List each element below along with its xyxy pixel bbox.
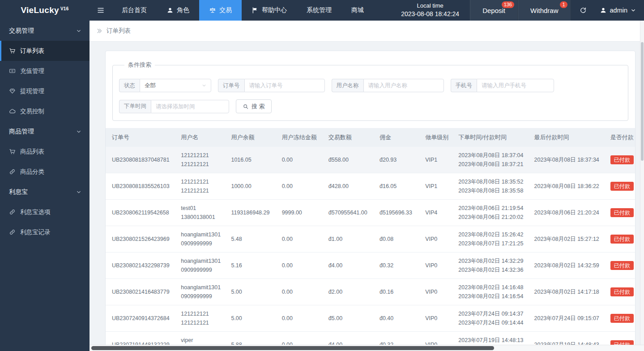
sidebar-item-label: 商品分类	[20, 168, 44, 176]
username-line2: 121212121	[181, 318, 224, 327]
col-header-commission: 佣金	[373, 128, 419, 147]
local-time-label: Local time	[417, 2, 444, 10]
deposit-button[interactable]: Deposit 136	[470, 0, 518, 21]
username-line2: 121212121	[181, 160, 224, 169]
cell-last-pay-time: 2023年08月08日 18:36:22	[528, 173, 604, 200]
local-time: Local time 2023-08-08 18:42:24	[390, 0, 470, 21]
money-icon	[9, 68, 16, 74]
order-row[interactable]: UB2308081835526103 121212121 121212121 1…	[106, 173, 635, 200]
pay-time-line: 2023年08月07日 17:21:25	[458, 239, 527, 248]
gem-icon	[9, 88, 16, 94]
username-line1: hoanglamit1301	[181, 230, 224, 239]
cell-last-pay-time: 2023年08月08日 18:37:34	[528, 147, 604, 173]
username-line1: hoanglamit1301	[181, 283, 224, 292]
refresh-button[interactable]	[571, 0, 595, 21]
username-input[interactable]	[363, 79, 444, 92]
sidebar-item-label: 利息宝选项	[20, 208, 51, 216]
nav-mall[interactable]: 商城	[341, 0, 374, 21]
order-no-input[interactable]	[244, 79, 325, 92]
order-row[interactable]: UB2308062119542658 test01 13800138001 11…	[106, 200, 635, 226]
menu-toggle-button[interactable]	[90, 0, 112, 21]
sidebar-item-interest-records[interactable]: 利息宝记录	[0, 222, 90, 242]
cell-level: VIP0	[419, 226, 452, 253]
paid-status-badge: 已付款	[610, 314, 634, 323]
order-time-line: 2023年08月02日 14:16:48	[458, 283, 527, 292]
double-chevron-icon	[96, 28, 102, 34]
cell-frozen: 0.00	[276, 147, 322, 173]
cell-username: viper 0987321654	[175, 332, 225, 345]
cell-last-pay-time: 2023年07月19日 14:48:43	[528, 332, 604, 345]
col-header-username: 用户名	[175, 128, 225, 147]
cell-level: VIP4	[419, 200, 452, 226]
content-area: 条件搜索 状态 全部 订单号 用户名称	[90, 42, 640, 345]
sidebar-group-trade-management: 交易管理 订单列表 充值管理 提现管理 交易控制	[0, 21, 90, 121]
admin-menu[interactable]: admin	[595, 0, 644, 21]
order-row[interactable]: UB2307191448132229 viper 0987321654 5.88…	[106, 332, 635, 345]
horizontal-scrollbar-thumb[interactable]	[91, 346, 494, 350]
sidebar-item-withdraw-management[interactable]: 提现管理	[0, 81, 90, 101]
order-row[interactable]: UB2308021432298739 hoanglamit1301 090999…	[106, 253, 635, 279]
cell-commission: đ0.32	[373, 332, 419, 345]
cell-amount: đ558.00	[322, 147, 373, 173]
cell-username: hoanglamit1301 0909999999	[175, 253, 225, 279]
sidebar-group-header-product[interactable]: 商品管理	[0, 121, 90, 141]
top-nav: 后台首页 角色 交易 帮助中心 系统管理 商城	[90, 0, 374, 21]
order-time-line: 2023年08月08日 18:35:52	[458, 177, 527, 186]
sidebar-item-product-list[interactable]: 商品列表	[0, 141, 90, 162]
pay-time-line: 2023年08月08日 18:37:21	[458, 160, 527, 169]
username-line1: 121212121	[181, 151, 224, 160]
search-panel: 条件搜索 状态 全部 订单号 用户名称	[112, 61, 628, 121]
sidebar-item-product-category[interactable]: 商品分类	[0, 162, 90, 182]
order-no-filter: 订单号	[218, 79, 325, 92]
sidebar-item-interest-options[interactable]: 利息宝选项	[0, 202, 90, 222]
cell-commission: đ0.16	[373, 279, 419, 305]
search-button[interactable]: 搜 索	[236, 99, 272, 113]
cell-amount: đ570955641.00	[322, 200, 373, 226]
search-row-1: 状态 全部 订单号 用户名称 手机	[119, 79, 622, 92]
pay-time-line: 2023年08月02日 14:16:54	[458, 292, 527, 301]
cell-paid-status: 已付款	[604, 305, 635, 332]
status-select[interactable]: 全部	[140, 79, 211, 92]
nav-trade[interactable]: 交易	[199, 0, 242, 21]
order-row[interactable]: UB2308021526423969 hoanglamit1301 090999…	[106, 226, 635, 253]
horizontal-scrollbar[interactable]	[90, 345, 644, 351]
nav-system-management[interactable]: 系统管理	[297, 0, 341, 21]
order-time-input[interactable]	[151, 100, 229, 113]
sidebar-group-label: 商品管理	[9, 128, 34, 136]
nav-role[interactable]: 角色	[157, 0, 199, 21]
paid-status-badge: 已付款	[610, 261, 634, 270]
cell-username: hoanglamit1301 0909999999	[175, 226, 225, 253]
cell-username: 121212121 121212121	[175, 147, 225, 173]
order-row[interactable]: UB2308021416483779 hoanglamit1301 090999…	[106, 279, 635, 305]
withdraw-button[interactable]: Withdraw 1	[518, 0, 571, 21]
vertical-scrollbar[interactable]	[640, 21, 644, 345]
nav-help-center[interactable]: 帮助中心	[242, 0, 297, 21]
sidebar-item-label: 充值管理	[20, 67, 44, 75]
vertical-scrollbar-thumb[interactable]	[641, 42, 644, 161]
sidebar-item-recharge-management[interactable]: 充值管理	[0, 61, 90, 81]
topbar-right: Local time 2023-08-08 18:42:24 Deposit 1…	[390, 0, 644, 21]
chevron-down-icon	[631, 8, 636, 13]
cart-icon	[9, 47, 16, 54]
col-header-amount: 交易数额	[322, 128, 373, 147]
sidebar-item-trade-control[interactable]: 交易控制	[0, 101, 90, 121]
cart-icon	[9, 148, 16, 155]
cell-commission: đ20.93	[373, 147, 419, 173]
order-row[interactable]: UB2308081837048781 121212121 121212121 1…	[106, 147, 635, 173]
sidebar-group-header-interest[interactable]: 利息宝	[0, 182, 90, 202]
username-filter: 用户名称	[332, 79, 444, 92]
cell-level: VIP1	[419, 173, 452, 200]
cell-commission: đ16.05	[373, 173, 419, 200]
app-logo: VieLuckyV16	[0, 0, 90, 21]
cell-order-time: 2023年07月19日 14:48:13 2023年07月19日 14:48:1…	[452, 332, 528, 345]
cell-order-time: 2023年08月08日 18:37:04 2023年08月08日 18:37:2…	[452, 147, 528, 173]
phone-input[interactable]	[477, 79, 554, 92]
paid-status-badge: 已付款	[610, 208, 634, 217]
order-row[interactable]: UB2307240914372684 121212121 121212121 5…	[106, 305, 635, 332]
sidebar-group-header-trade[interactable]: 交易管理	[0, 21, 90, 41]
nav-dashboard[interactable]: 后台首页	[112, 0, 157, 21]
cell-amount: đ428.00	[322, 173, 373, 200]
col-header-order-no: 订单号	[106, 128, 175, 147]
cell-order-no: UB2308021416483779	[106, 279, 175, 305]
sidebar-item-order-list[interactable]: 订单列表	[0, 41, 90, 61]
